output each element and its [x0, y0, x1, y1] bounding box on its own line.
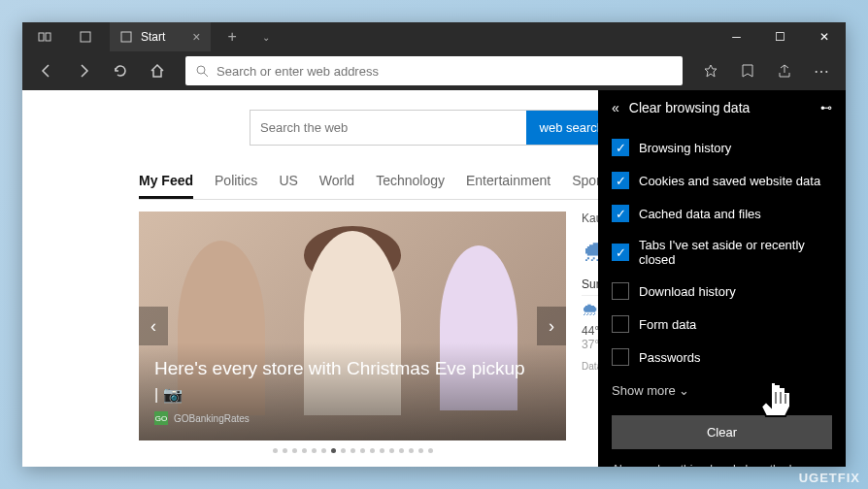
hero-next-button[interactable]: › [537, 307, 566, 345]
browser-window: Start × + ⌄ ─ ☐ ✕ ⋯ w [22, 22, 846, 467]
always-clear-label: Always clear this when I close the brows… [612, 463, 832, 467]
nav-tab-myfeed[interactable]: My Feed [139, 165, 193, 199]
search-icon [195, 64, 209, 78]
svg-rect-2 [81, 32, 90, 42]
maximize-button[interactable]: ☐ [758, 22, 802, 51]
label-form-data: Form data [639, 317, 696, 332]
nav-tab-world[interactable]: World [319, 165, 354, 199]
address-input[interactable] [217, 64, 673, 79]
nav-tab-entertainment[interactable]: Entertainment [466, 165, 551, 199]
panel-back-button[interactable]: « [612, 100, 619, 115]
pin-icon[interactable]: ⊷ [820, 101, 832, 114]
tab-chevron-down-icon[interactable]: ⌄ [254, 32, 278, 43]
svg-line-5 [204, 73, 208, 77]
back-button[interactable] [30, 54, 63, 87]
forward-button[interactable] [67, 54, 100, 87]
show-more-button[interactable]: Show more ⌄ [612, 374, 832, 408]
set-aside-icon[interactable] [28, 20, 61, 53]
tab-close-icon[interactable]: × [192, 29, 200, 45]
nav-tab-politics[interactable]: Politics [215, 165, 257, 199]
address-bar[interactable] [185, 56, 683, 85]
svg-rect-0 [39, 33, 44, 41]
page-content: web search My Feed Politics US World Tec… [22, 90, 846, 467]
label-download-history: Download history [639, 284, 736, 299]
checkbox-passwords[interactable] [612, 348, 629, 366]
refresh-button[interactable] [104, 54, 137, 87]
tabs-aside-icon[interactable] [69, 20, 102, 53]
browser-tab[interactable]: Start × [110, 22, 211, 51]
svg-rect-1 [46, 33, 50, 41]
camera-icon: | 📷 [154, 385, 551, 404]
nav-tab-technology[interactable]: Technology [376, 165, 445, 199]
titlebar: Start × + ⌄ ─ ☐ ✕ [22, 22, 846, 51]
tab-favicon-icon [119, 30, 133, 44]
checkbox-cookies[interactable] [612, 172, 629, 189]
checkbox-browsing-history[interactable] [612, 139, 629, 156]
hero-prev-button[interactable]: ‹ [139, 307, 168, 345]
favorites-button[interactable] [694, 54, 727, 87]
web-search-input[interactable] [250, 111, 526, 145]
more-button[interactable]: ⋯ [805, 54, 838, 87]
hero-card[interactable]: ‹ › Here's every store with Christmas Ev… [139, 212, 566, 440]
minimize-button[interactable]: ─ [715, 22, 758, 51]
checkbox-cached-data[interactable] [612, 205, 629, 222]
hero-source: GOBankingRates [174, 413, 250, 424]
checkbox-download-history[interactable] [612, 282, 629, 300]
label-cookies: Cookies and saved website data [639, 174, 820, 188]
new-tab-button[interactable]: + [218, 28, 247, 46]
source-badge-icon: GO [154, 411, 168, 425]
share-button[interactable] [768, 54, 801, 87]
hero-pagination-dots [139, 448, 566, 453]
tab-title: Start [141, 30, 165, 44]
label-browsing-history: Browsing history [639, 141, 731, 155]
label-tabs-set-aside: Tabs I've set aside or recently closed [639, 238, 832, 267]
clear-browsing-data-panel: « Clear browsing data ⊷ Browsing history… [598, 90, 846, 467]
close-window-button[interactable]: ✕ [802, 22, 846, 51]
clear-button[interactable]: Clear [612, 415, 832, 449]
watermark: UGETFIX [799, 471, 860, 485]
checkbox-form-data[interactable] [612, 315, 629, 333]
label-cached-data: Cached data and files [639, 207, 761, 221]
reading-button[interactable] [731, 54, 764, 87]
label-passwords: Passwords [639, 350, 701, 365]
home-button[interactable] [141, 54, 174, 87]
svg-rect-3 [121, 32, 131, 42]
svg-point-4 [197, 66, 205, 74]
hero-title: Here's every store with Christmas Eve pi… [154, 358, 551, 379]
toolbar: ⋯ [22, 51, 846, 90]
web-search-box: web search [250, 110, 618, 146]
checkbox-tabs-set-aside[interactable] [612, 244, 629, 261]
panel-title: Clear browsing data [629, 100, 811, 115]
nav-tab-us[interactable]: US [279, 165, 297, 199]
